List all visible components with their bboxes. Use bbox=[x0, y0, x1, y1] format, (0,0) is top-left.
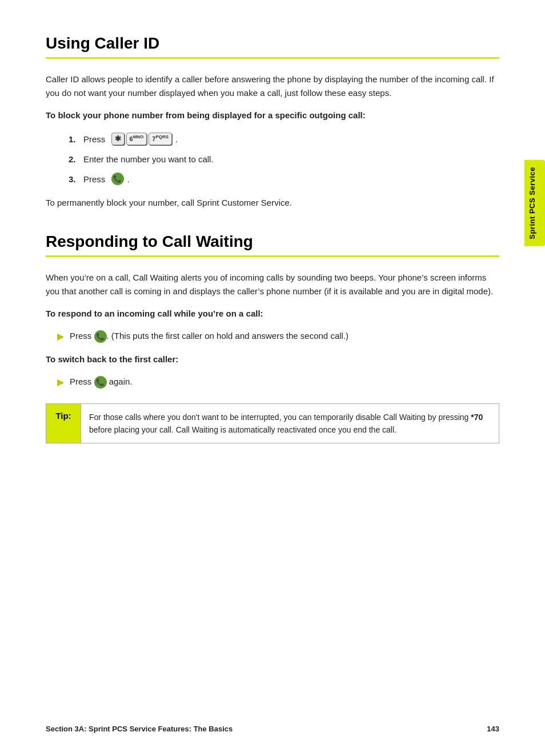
step-1-text: Press bbox=[83, 131, 108, 147]
step-3-text: Press bbox=[83, 171, 108, 187]
tip-label: Tip: bbox=[46, 404, 81, 443]
section2-bullets-2: Press 📞 again. bbox=[57, 375, 499, 390]
section1-footer-note: To permanently block your number, call S… bbox=[46, 196, 499, 210]
talk-button-icon-1: 📞 bbox=[111, 173, 124, 185]
bullet-1-content: Press 📞. (This puts the first caller on … bbox=[70, 329, 348, 343]
section2-intro: When you’re on a call, Call Waiting aler… bbox=[46, 271, 499, 298]
seven-key: 7PQRS bbox=[149, 133, 172, 145]
step-1-keys: ✱ 6MNO 7PQRS bbox=[111, 133, 173, 145]
section-call-waiting: Responding to Call Waiting When you’re o… bbox=[46, 233, 499, 444]
six-key: 6MNO bbox=[126, 133, 147, 145]
step-2: 2. Enter the number you want to call. bbox=[69, 151, 499, 167]
step-1-num: 1. bbox=[69, 131, 80, 147]
step-1: 1. Press ✱ 6MNO 7PQRS . bbox=[69, 131, 499, 147]
bullet-arrow-2 bbox=[57, 375, 64, 390]
section1-instruction-label: To block your phone number from being di… bbox=[46, 109, 499, 122]
step-3: 3. Press 📞 . bbox=[69, 171, 499, 187]
section2-instruction2-label: To switch back to the first caller: bbox=[46, 353, 499, 366]
star-key: ✱ bbox=[111, 133, 125, 145]
step-3-num: 3. bbox=[69, 171, 80, 187]
bullet-1: Press 📞. (This puts the first caller on … bbox=[57, 329, 499, 344]
section1-title: Using Caller ID bbox=[46, 34, 499, 53]
tip-bold-text: *70 bbox=[471, 413, 483, 422]
section2-instruction1-label: To respond to an incoming call while you… bbox=[46, 307, 499, 321]
step-2-text: Enter the number you want to call. bbox=[83, 151, 214, 167]
section-caller-id: Using Caller ID Caller ID allows people … bbox=[46, 34, 499, 210]
footer-page-number: 143 bbox=[487, 725, 499, 733]
section1-intro: Caller ID allows people to identify a ca… bbox=[46, 73, 499, 100]
section2-bullets-1: Press 📞. (This puts the first caller on … bbox=[57, 329, 499, 344]
section2-divider bbox=[46, 255, 499, 257]
talk-button-icon-2: 📞 bbox=[94, 330, 107, 343]
page-footer: Section 3A: Sprint PCS Service Features:… bbox=[46, 725, 499, 733]
tip-content: For those calls where you don't want to … bbox=[81, 404, 499, 443]
bullet-2: Press 📞 again. bbox=[57, 375, 499, 390]
step-3-period: . bbox=[127, 171, 130, 187]
talk-button-icon-3: 📞 bbox=[94, 376, 107, 389]
section2-title: Responding to Call Waiting bbox=[46, 233, 499, 251]
section1-steps: 1. Press ✱ 6MNO 7PQRS . 2. Enter the num… bbox=[69, 131, 499, 187]
page-container: Sprint PCS Service Using Caller ID Calle… bbox=[0, 0, 545, 756]
step-1-period: . bbox=[175, 131, 178, 147]
step-2-num: 2. bbox=[69, 151, 80, 167]
section1-divider bbox=[46, 57, 499, 59]
bullet-2-content: Press 📞 again. bbox=[70, 375, 133, 389]
side-tab: Sprint PCS Service bbox=[524, 160, 545, 246]
footer-section-label: Section 3A: Sprint PCS Service Features:… bbox=[46, 725, 233, 733]
bullet-arrow-1 bbox=[57, 329, 64, 344]
tip-box: Tip: For those calls where you don't wan… bbox=[46, 403, 499, 444]
